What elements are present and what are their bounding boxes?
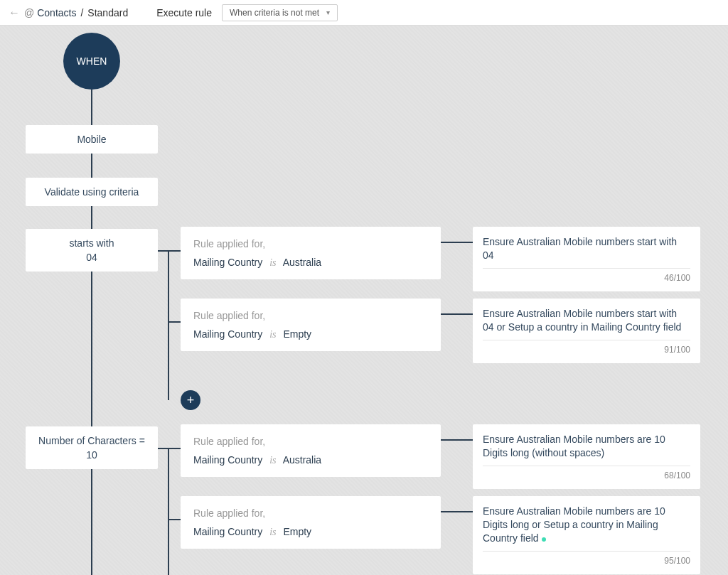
- criteria1-label: starts with: [26, 236, 158, 250]
- connector-line: [441, 242, 473, 243]
- criteria1-value: 04: [26, 250, 158, 264]
- execute-rule-label: Execute rule: [156, 7, 212, 18]
- when-node[interactable]: WHEN: [63, 33, 120, 90]
- back-arrow-icon[interactable]: ←: [9, 6, 20, 19]
- rule-value: Empty: [283, 328, 311, 340]
- message-text: Ensure Australian Mobile numbers start w…: [483, 235, 690, 269]
- rule-applied-label: Rule applied for,: [193, 238, 428, 249]
- rule-field: Mailing Country: [193, 454, 262, 466]
- message-box-4[interactable]: Ensure Australian Mobile numbers are 10 …: [473, 496, 700, 574]
- connector-line: [168, 519, 181, 520]
- rule-applied-label: Rule applied for,: [193, 310, 428, 321]
- execute-rule-dropdown[interactable]: When criteria is not met ▾: [222, 4, 338, 21]
- rule-canvas: WHEN Mobile Validate using criteria star…: [0, 26, 728, 575]
- criteria-node-2[interactable]: Number of Characters = 10: [26, 426, 158, 469]
- connector-line: [168, 448, 169, 575]
- message-box-2[interactable]: Ensure Australian Mobile numbers start w…: [473, 299, 700, 363]
- rule-box-4[interactable]: Rule applied for, Mailing Country is Emp…: [181, 496, 441, 549]
- rule-condition: Mailing Country is Empty: [193, 526, 428, 538]
- breadcrumb-separator: /: [80, 7, 83, 18]
- plus-icon: +: [187, 393, 195, 408]
- message-text: Ensure Australian Mobile numbers are 10 …: [483, 433, 690, 466]
- validate-node-label: Validate using criteria: [45, 186, 139, 198]
- rule-field: Mailing Country: [193, 328, 262, 340]
- breadcrumb: @ Contacts / Standard: [24, 7, 128, 18]
- rule-value: Australia: [283, 257, 321, 268]
- add-rule-button[interactable]: +: [181, 390, 200, 410]
- connector-line: [441, 439, 473, 441]
- message-box-1[interactable]: Ensure Australian Mobile numbers start w…: [473, 227, 700, 291]
- rule-box-1[interactable]: Rule applied for, Mailing Country is Aus…: [181, 227, 441, 279]
- rule-field: Mailing Country: [193, 257, 262, 268]
- chevron-down-icon: ▾: [326, 9, 330, 16]
- connector-line: [168, 448, 181, 449]
- rule-applied-label: Rule applied for,: [193, 507, 428, 519]
- rule-applied-label: Rule applied for,: [193, 436, 428, 447]
- connector-line: [441, 511, 473, 512]
- rule-condition: Mailing Country is Australia: [193, 257, 428, 269]
- connector-line: [168, 250, 169, 400]
- breadcrumb-current: Standard: [87, 7, 128, 18]
- rule-field: Mailing Country: [193, 526, 262, 537]
- criteria2-label: Number of Characters =: [26, 434, 158, 448]
- rule-box-3[interactable]: Rule applied for, Mailing Country is Aus…: [181, 424, 441, 477]
- rule-value: Australia: [283, 454, 321, 466]
- field-node[interactable]: Mobile: [26, 125, 158, 154]
- connector-line: [91, 90, 92, 575]
- rule-condition: Mailing Country is Australia: [193, 454, 428, 466]
- rule-box-2[interactable]: Rule applied for, Mailing Country is Emp…: [181, 299, 441, 351]
- when-label: WHEN: [77, 55, 107, 67]
- connector-line: [168, 321, 181, 323]
- is-operator: is: [269, 257, 276, 268]
- connector-line: [168, 250, 181, 252]
- rule-condition: Mailing Country is Empty: [193, 328, 428, 340]
- criteria2-value: 10: [26, 448, 158, 462]
- breadcrumb-module[interactable]: Contacts: [37, 7, 76, 18]
- field-node-label: Mobile: [77, 134, 106, 145]
- message-count: 46/100: [483, 273, 690, 283]
- message-text: Ensure Australian Mobile numbers start w…: [483, 307, 690, 340]
- is-operator: is: [269, 455, 276, 466]
- message-count: 68/100: [483, 471, 690, 480]
- dropdown-value: When criteria is not met: [230, 8, 319, 18]
- cursor-indicator-icon: [542, 537, 546, 542]
- is-operator: is: [269, 329, 276, 340]
- message-count: 95/100: [483, 556, 690, 566]
- criteria-node-1[interactable]: starts with 04: [26, 229, 158, 272]
- header-bar: ← @ Contacts / Standard Execute rule Whe…: [0, 0, 728, 26]
- connector-line: [441, 313, 473, 315]
- message-box-3[interactable]: Ensure Australian Mobile numbers are 10 …: [473, 424, 700, 489]
- message-count: 91/100: [483, 345, 690, 355]
- at-icon: @: [24, 7, 34, 18]
- rule-value: Empty: [283, 526, 311, 537]
- message-text: Ensure Australian Mobile numbers are 10 …: [483, 505, 690, 552]
- is-operator: is: [269, 527, 276, 537]
- validate-node[interactable]: Validate using criteria: [26, 178, 158, 206]
